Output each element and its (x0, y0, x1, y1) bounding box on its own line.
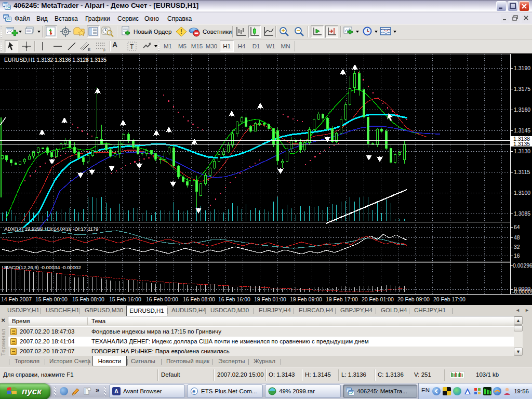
svg-text:15 Feb 16:00: 15 Feb 16:00 (109, 296, 141, 302)
svg-text:1.3145: 1.3145 (514, 127, 530, 134)
svg-text:20 Feb 17:00: 20 Feb 17:00 (433, 296, 466, 302)
svg-text:1.3130: 1.3130 (514, 148, 530, 154)
svg-text:19 Feb 01:00: 19 Feb 01:00 (254, 296, 286, 302)
svg-text:14 Feb 2007: 14 Feb 2007 (1, 296, 32, 302)
svg-text:64: 64 (514, 224, 520, 230)
svg-text:MACD(12,26,9) -0.00034 -0.0000: MACD(12,26,9) -0.00034 -0.00002 (4, 264, 81, 270)
svg-text:1.3100: 1.3100 (514, 190, 530, 196)
svg-text:16: 16 (514, 252, 520, 259)
svg-text:19 Feb 17:00: 19 Feb 17:00 (326, 296, 358, 302)
svg-text:48: 48 (514, 234, 520, 241)
svg-text:32: 32 (514, 244, 520, 250)
svg-text:15 Feb 08:00: 15 Feb 08:00 (72, 296, 104, 302)
svg-text:1.3175: 1.3175 (514, 86, 530, 92)
svg-text:EURUSD,H1 1.3132 1.3136 1.312: EURUSD,H1 1.3132 1.3136 1.3128 1.3135 (4, 57, 107, 63)
svg-text:e: e (192, 388, 195, 394)
svg-text:16 Feb 00:00: 16 Feb 00:00 (146, 296, 178, 302)
svg-text:!: ! (180, 28, 182, 35)
svg-text:1.3115: 1.3115 (514, 169, 530, 175)
svg-text:20 Feb 09:00: 20 Feb 09:00 (397, 296, 430, 302)
svg-text:1.3085: 1.3085 (514, 210, 530, 217)
svg-text:-0.00005: -0.00005 (512, 288, 532, 295)
svg-text:16 Feb 08:00: 16 Feb 08:00 (183, 296, 215, 302)
svg-text:16 Feb 16:00: 16 Feb 16:00 (218, 296, 250, 302)
svg-text:T: T (130, 43, 134, 50)
svg-text:15 Feb 00:00: 15 Feb 00:00 (35, 296, 68, 302)
svg-text:0.00296: 0.00296 (513, 262, 532, 269)
svg-text:1.3160: 1.3160 (514, 107, 530, 113)
svg-text:F: F (103, 48, 106, 52)
svg-text:20 Feb 01:00: 20 Feb 01:00 (362, 296, 394, 302)
svg-text:19 Feb 09:00: 19 Feb 09:00 (290, 296, 322, 302)
svg-text:E: E (88, 47, 90, 52)
svg-text:1.3190: 1.3190 (514, 65, 530, 71)
svg-text:1.3135: 1.3135 (513, 141, 530, 147)
svg-text:ADX(14) 19.9299 +DI:14.0416 -D: ADX(14) 19.9299 +DI:14.0416 -DI:17.1179 (4, 226, 98, 232)
